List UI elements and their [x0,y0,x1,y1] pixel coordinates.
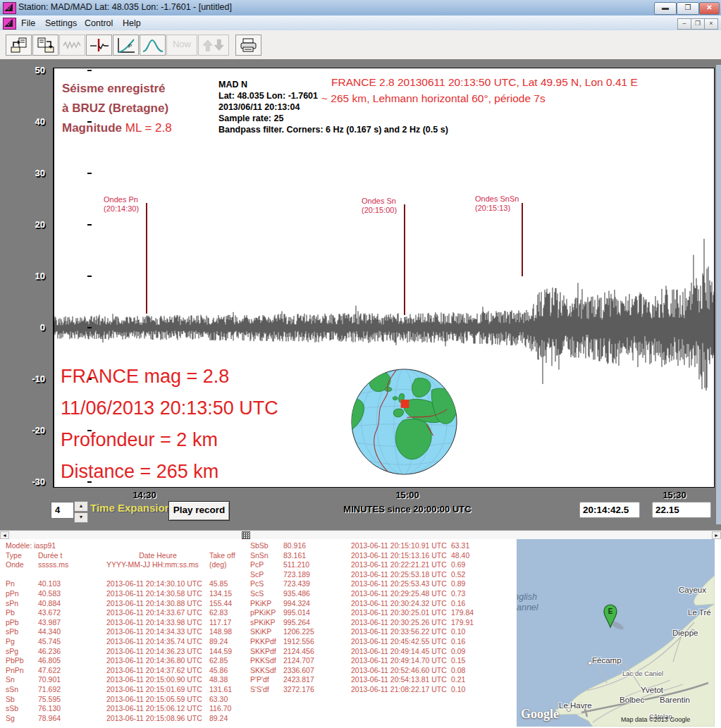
travel-time-curve-icon[interactable]: P [113,35,139,56]
phase-cell: PKKPdf [250,637,283,647]
phase-cell: SnSn [250,551,283,561]
play-record-button[interactable]: Play record [168,501,230,521]
menu-settings[interactable]: Settings [42,18,80,29]
travel-time-row: sPb 44.340 2013-06-11 20:14:34.33 UTC 14… [6,627,247,637]
takeoff-cell: 179.84 [451,608,489,618]
phase-cell: Sb [6,695,38,705]
svg-text:P: P [128,43,132,49]
duration-cell: 40.103 [38,579,106,589]
x-axis-tick: 14:30 [123,490,166,500]
y-axis-tick: 20 [16,219,52,230]
filter-bell-icon[interactable] [140,35,166,56]
menu-control[interactable]: Control [82,18,116,29]
menu-file[interactable]: File [18,18,38,29]
takeoff-cell: 89.24 [209,637,247,647]
datetime-cell: 2013-06-11 20:30:25.01 UTC [351,608,451,618]
phase-cell: pPn [6,589,38,599]
travel-time-row: pPb 43.987 2013-06-11 20:14:33.98 UTC 11… [6,618,247,628]
phase-marker-line [522,203,523,276]
phase-cell: Sn [6,675,38,685]
travel-time-row: Pg 45.745 2013-06-11 20:14:35.74 UTC 89.… [6,637,247,647]
takeoff-cell: 155.44 [209,599,247,609]
datetime-cell: 2013-06-11 20:25:53.18 UTC [351,570,451,580]
map-attribution: Map data ©2013 Google [621,716,690,723]
datetime-cell: 2013-06-11 20:25:53.43 UTC [351,579,451,589]
takeoff-cell: 0.09 [451,647,489,657]
datetime-cell: 2013-06-11 20:33:56.22 UTC [351,627,451,637]
mdi-close-button[interactable]: × [704,18,718,30]
mdi-child-icon[interactable] [3,18,16,30]
y-axis-tick: 40 [16,116,52,128]
duration-cell: 3272.176 [283,685,351,695]
duration-cell: 45.745 [38,637,106,647]
datetime-cell: Date Heure [106,551,209,561]
mdi-restore-button[interactable]: ❐ [691,18,705,30]
duration-cell: 994.324 [283,599,351,609]
travel-time-row: PKKSdf 2124.707 2013-06-11 20:49:14.70 U… [250,656,489,666]
phase-cell: Pn [6,579,38,589]
datetime-cell: 2013-06-11 20:49:14.70 UTC [351,656,451,666]
takeoff-cell: 45.86 [209,666,247,676]
event-summary: FRANCE mag = 2.8 11/06/2013 20:13:50 UTC… [61,361,278,488]
duration-cell: 71.692 [38,685,106,695]
time-expansion-up-button[interactable]: ▲ [74,501,88,512]
duration-cell [38,570,106,580]
cursor-minutes-display: 22.15 [652,502,711,518]
epicenter-square [401,400,409,408]
mdi-minimize-button[interactable]: – [677,18,691,30]
datetime-cell: 2013-06-11 20:22:21.21 UTC [351,560,451,570]
duration-cell: 70.901 [38,675,106,685]
travel-time-row: S'S'df 3272.176 2013-06-11 21:08:22.17 U… [250,685,489,695]
save-record-icon[interactable] [32,35,58,56]
phase-pick-icon[interactable] [86,35,112,56]
phase-marker-label: Ondes SnSn(20:15:13) [475,195,519,213]
scrollbar-thumb[interactable] [242,531,250,539]
phase-cell: PcS [250,579,283,589]
travel-time-row: sSn 71.692 2013-06-11 20:15:01.69 UTC 13… [6,685,247,695]
app-icon[interactable] [3,2,16,14]
datetime-cell: 2013-06-11 20:14:30.88 UTC [106,599,209,609]
print-icon[interactable] [235,35,261,56]
travel-time-row: SKKPdf 2124.456 2013-06-11 20:49:14.45 U… [250,647,489,657]
duration-cell: 723.189 [283,570,351,580]
close-button[interactable]: ✕ [699,2,720,15]
menu-help[interactable]: Help [120,18,144,29]
phase-cell: sSn [6,685,38,695]
map-label: Dieppe [672,629,698,637]
travel-time-row: pPKiKP 995.014 2013-06-11 20:30:25.01 UT… [250,608,489,618]
duration-cell: 43.987 [38,618,106,628]
restore-button[interactable]: ❐ [677,2,699,15]
datetime-cell: 2013-06-11 20:14:30.10 UTC [106,579,209,589]
time-expansion-value[interactable]: 4 [51,502,74,519]
datetime-cell: 2013-06-11 20:15:00.90 UTC [106,675,209,685]
time-expansion-down-button[interactable]: ▼ [74,512,88,523]
travel-time-row: PcP 511.210 2013-06-11 20:22:21.21 UTC 0… [250,560,489,570]
datetime-cell: 2013-06-11 20:14:37.62 UTC [106,666,209,676]
horizontal-scrollbar[interactable]: ◄ ► [0,530,721,539]
takeoff-cell: 63.31 [451,541,489,551]
travel-time-row: SnSn 83.161 2013-06-11 20:15:13.16 UTC 4… [250,551,489,561]
google-logo[interactable]: Google [521,707,559,722]
location-map[interactable]: E EnglishChannelCayeuxLe TréDieppeFécamp… [517,539,715,727]
takeoff-cell: 0.16 [451,599,489,609]
takeoff-cell: 0.89 [451,579,489,589]
takeoff-cell: Take off [209,551,247,561]
phase-cell: PKKSdf [250,656,283,666]
travel-time-row: sSb 76.130 2013-06-11 20:15:06.12 UTC 11… [6,704,247,714]
scroll-left-arrow[interactable]: ◄ [0,531,9,539]
minimize-button[interactable]: ▬ [654,2,677,15]
phase-marker-label: Ondes Pn(20:14:30) [104,195,139,214]
phase-cell: S'S'df [250,685,283,695]
datetime-cell: 2013-06-11 20:30:25.26 UTC [351,618,451,628]
title-bar[interactable]: Station: MAD/MAD Lat: 48.035 Lon: -1.760… [0,0,721,16]
scroll-right-arrow[interactable]: ► [712,531,721,539]
duration-cell: 995.264 [283,618,351,628]
duration-cell: 2124.707 [283,656,351,666]
takeoff-cell: 148.98 [209,627,247,637]
open-record-icon[interactable] [6,35,32,56]
phase-marker-label: Ondes Sn(20:15:00) [362,197,397,215]
travel-time-row: sPg 46.236 2013-06-11 20:14:36.23 UTC 14… [6,647,247,657]
takeoff-cell: 62.85 [209,656,247,666]
datetime-cell: 2013-06-11 20:15:08.96 UTC [106,714,209,724]
globe-image [349,366,460,477]
